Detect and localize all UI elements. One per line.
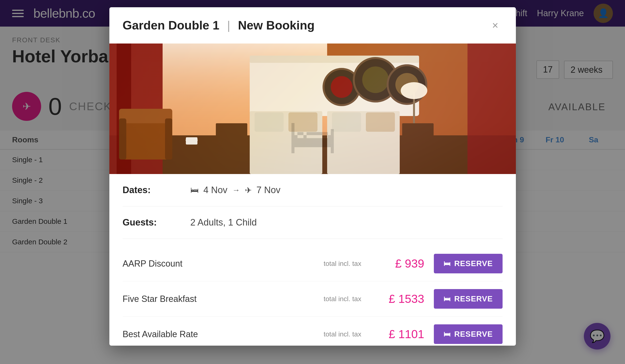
checkout-plane-icon: ✈: [245, 185, 252, 195]
bed-icon: 🛏: [443, 295, 451, 303]
reserve-button-breakfast[interactable]: 🛏 RESERVE: [434, 289, 502, 309]
svg-rect-29: [165, 118, 172, 160]
rate-row-aarp: AARP Discount total incl. tax £ 939 🛏 RE…: [123, 246, 502, 281]
modal-separator: |: [227, 19, 233, 32]
room-image: [109, 44, 516, 174]
rate-tax-best: total incl. tax: [324, 330, 362, 338]
modal-body: Dates: 🛏 4 Nov → ✈ 7 Nov Guests: 2 Adult…: [109, 174, 516, 346]
svg-rect-28: [119, 118, 126, 160]
reserve-label: RESERVE: [454, 294, 493, 303]
svg-rect-26: [122, 118, 170, 160]
reserve-button-best[interactable]: 🛏 RESERVE: [434, 324, 502, 344]
booking-modal: Garden Double 1 | New Booking ×: [109, 7, 516, 346]
svg-rect-7: [468, 44, 516, 174]
arrow-icon: →: [232, 186, 240, 195]
reserve-label: RESERVE: [454, 330, 493, 339]
rate-price-aarp: £ 939: [371, 257, 424, 270]
reserve-label: RESERVE: [454, 259, 493, 268]
guests-value: 2 Adults, 1 Child: [190, 217, 257, 228]
guests-row: Guests: 2 Adults, 1 Child: [123, 206, 502, 239]
rates-section: AARP Discount total incl. tax £ 939 🛏 RE…: [123, 239, 502, 346]
svg-rect-9: [250, 56, 419, 63]
bed-icon: 🛏: [443, 260, 451, 268]
svg-rect-32: [186, 137, 197, 144]
svg-rect-27: [119, 109, 172, 123]
checkin-date: 4 Nov: [203, 185, 227, 195]
rate-tax-breakfast: total incl. tax: [324, 295, 362, 303]
modal-room-name: Garden Double 1: [123, 19, 219, 32]
svg-rect-23: [402, 123, 434, 172]
svg-rect-19: [288, 112, 317, 132]
checkin-icon: 🛏: [190, 185, 199, 195]
bed-icon: 🛏: [443, 330, 451, 338]
svg-rect-22: [216, 123, 247, 172]
dates-label: Dates:: [123, 185, 190, 195]
dates-row: Dates: 🛏 4 Nov → ✈ 7 Nov: [123, 174, 502, 206]
rate-row-best: Best Available Rate total incl. tax £ 11…: [123, 317, 502, 346]
rate-row-breakfast: Five Star Breakfast total incl. tax £ 15…: [123, 281, 502, 317]
svg-rect-20: [332, 112, 361, 132]
rate-price-best: £ 1101: [371, 328, 424, 341]
svg-point-11: [331, 76, 352, 98]
rate-name-aarp: AARP Discount: [123, 259, 324, 269]
rate-name-breakfast: Five Star Breakfast: [123, 294, 324, 304]
svg-rect-18: [254, 112, 283, 132]
guests-label: Guests:: [123, 217, 190, 228]
modal-close-button[interactable]: ×: [488, 18, 502, 33]
rate-price-breakfast: £ 1533: [371, 292, 424, 306]
rate-name-best: Best Available Rate: [123, 329, 324, 339]
reserve-button-aarp[interactable]: 🛏 RESERVE: [434, 254, 502, 273]
rate-tax-aarp: total incl. tax: [324, 260, 362, 268]
checkout-date: 7 Nov: [256, 185, 281, 195]
modal-header: Garden Double 1 | New Booking ×: [109, 7, 516, 44]
svg-point-13: [362, 66, 389, 93]
modal-title: Garden Double 1 | New Booking: [123, 18, 315, 32]
modal-overlay[interactable]: Garden Double 1 | New Booking ×: [0, 0, 625, 364]
dates-value: 🛏 4 Nov → ✈ 7 Nov: [190, 185, 281, 195]
modal-booking-type: New Booking: [238, 19, 314, 32]
svg-point-25: [401, 82, 427, 99]
svg-rect-21: [366, 112, 395, 132]
